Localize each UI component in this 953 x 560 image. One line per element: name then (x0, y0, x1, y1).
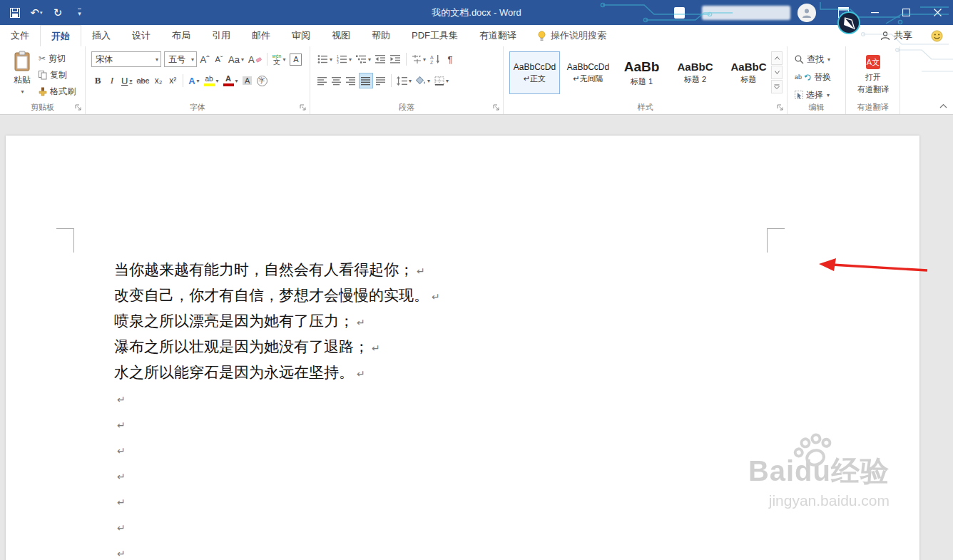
style-no-spacing[interactable]: AaBbCcDd ↵无间隔 (563, 51, 613, 94)
paragraph-dialog-launcher[interactable] (493, 104, 500, 111)
phonetic-guide-button[interactable]: wén文 ▾ (271, 51, 287, 67)
bold-button[interactable]: B (91, 73, 104, 88)
tab-layout[interactable]: 布局 (161, 25, 201, 46)
open-youdao-translate-button[interactable]: A文 打开 有道翻译 (852, 51, 895, 98)
strikethrough-button[interactable]: abc (135, 73, 151, 88)
tab-insert[interactable]: 插入 (81, 25, 121, 46)
redo-button[interactable]: ↻ (49, 4, 67, 22)
tab-review[interactable]: 审阅 (281, 25, 321, 46)
enclose-characters-button[interactable]: 字 (255, 73, 269, 88)
chevron-down-icon: ▾ (40, 10, 43, 16)
cut-button[interactable]: ✂ 剪切 (39, 52, 76, 65)
shrink-font-button[interactable]: Aˇ (213, 51, 225, 67)
show-hide-marks-button[interactable]: ¶ (444, 51, 457, 67)
chevron-down-icon: ▾ (330, 56, 332, 63)
document-page[interactable]: 当你越来越有能力时，自然会有人看得起你；↵ 改变自己，你才有自信，梦想才会慢慢的… (6, 136, 919, 560)
styles-gallery-more-button[interactable] (771, 80, 783, 93)
underline-button[interactable]: U▾ (120, 73, 133, 88)
align-left-icon (317, 76, 327, 86)
replace-button[interactable]: ab 替换 (795, 71, 831, 83)
align-center-button[interactable] (330, 73, 343, 88)
style-heading-1[interactable]: AaBb 标题 1 (616, 51, 667, 94)
grow-font-button[interactable]: Aˆ (198, 51, 211, 67)
paragraph-mark: ↵ (417, 265, 425, 277)
shading-button[interactable]: ▾ (414, 73, 432, 88)
styles-dialog-launcher[interactable] (777, 104, 784, 111)
asian-layout-button[interactable]: ▾ (410, 51, 427, 67)
ribbon-display-options-button[interactable] (827, 0, 859, 25)
font-color-button[interactable]: A ▾ (222, 73, 240, 88)
undo-icon: ↶ (30, 6, 39, 19)
align-right-button[interactable] (345, 73, 357, 88)
tab-home[interactable]: 开始 (40, 25, 81, 46)
copy-icon (39, 71, 47, 80)
paragraph-mark: ↵ (372, 342, 380, 354)
redacted-area (702, 6, 790, 20)
chevron-down-icon: ▾ (427, 78, 430, 84)
tab-mailings[interactable]: 邮件 (241, 25, 281, 46)
decrease-indent-button[interactable] (374, 51, 387, 67)
borders-button[interactable]: ▾ (433, 73, 450, 88)
font-dialog-launcher[interactable] (300, 104, 307, 111)
distribute-button[interactable] (374, 73, 387, 88)
style-title[interactable]: AaBbC 标题 (723, 51, 774, 94)
tab-file[interactable]: 文件 (0, 25, 40, 46)
customize-qat-button[interactable]: ▾ (70, 4, 88, 22)
numbering-button[interactable]: 123 ▾ (335, 51, 353, 67)
character-shading-button[interactable]: A (241, 73, 254, 88)
document-empty-line: ↵ (114, 488, 440, 514)
tab-youdao-translate[interactable]: 有道翻译 (469, 25, 527, 46)
chevron-down-icon: ▾ (21, 88, 24, 95)
tab-design[interactable]: 设计 (121, 25, 161, 46)
style-heading-2[interactable]: AaBbC 标题 2 (670, 51, 720, 94)
multilevel-list-button[interactable]: ▾ (355, 51, 372, 67)
account-avatar[interactable] (797, 4, 816, 22)
sort-button[interactable]: AZ (429, 51, 442, 67)
cursor-icon (795, 91, 803, 100)
font-size-combo[interactable]: 五号 ▾ (164, 51, 197, 67)
paste-button[interactable]: 粘贴 ▾ (7, 51, 37, 102)
format-painter-button[interactable]: 格式刷 (39, 85, 76, 98)
maximize-button[interactable] (890, 0, 922, 25)
redacted-area (674, 7, 685, 19)
tab-view[interactable]: 视图 (321, 25, 361, 46)
copy-button[interactable]: 复制 (39, 68, 76, 81)
watermark-brand: Baidu经验 (748, 455, 890, 487)
font-name-combo[interactable]: 宋体 ▾ (91, 51, 161, 67)
clipboard-dialog-launcher[interactable] (75, 104, 82, 111)
text-effects-button[interactable]: A▾ (187, 73, 200, 88)
character-border-button[interactable]: A (288, 51, 303, 67)
italic-button[interactable]: I (106, 73, 118, 88)
find-button[interactable]: 查找 ▾ (795, 53, 831, 66)
clear-formatting-button[interactable]: A (247, 51, 263, 67)
superscript-button[interactable]: x² (166, 73, 179, 88)
tab-references[interactable]: 引用 (201, 25, 241, 46)
bullets-button[interactable]: ▾ (316, 51, 334, 67)
increase-indent-button[interactable] (389, 51, 402, 67)
highlight-color-button[interactable]: ab ▾ (203, 73, 220, 88)
line-spacing-button[interactable]: ▾ (395, 73, 413, 88)
collapse-ribbon-button[interactable] (939, 98, 947, 111)
select-button[interactable]: 选择 ▾ (795, 88, 831, 101)
align-left-button[interactable] (316, 73, 329, 88)
justify-button[interactable] (359, 73, 373, 88)
person-icon (801, 7, 812, 19)
styles-scroll-down-button[interactable] (771, 66, 783, 79)
undo-button[interactable]: ↶▾ (27, 4, 46, 22)
tell-me-search[interactable]: 操作说明搜索 (527, 25, 616, 46)
paragraph-mark: ↵ (117, 522, 126, 534)
ribbon-display-options-icon (838, 7, 849, 18)
tab-pdf-tools[interactable]: PDF工具集 (401, 25, 469, 46)
close-button[interactable] (922, 0, 953, 25)
share-button[interactable]: 共享 (872, 25, 921, 46)
paste-label: 粘贴 (14, 74, 31, 86)
tab-help[interactable]: 帮助 (361, 25, 401, 46)
save-button[interactable] (6, 4, 24, 22)
change-case-button[interactable]: Aa▾ (227, 51, 245, 67)
styles-scroll-up-button[interactable] (771, 51, 783, 65)
style-normal[interactable]: AaBbCcDd ↵正文 (509, 51, 560, 94)
minimize-button[interactable] (859, 0, 890, 25)
feedback-button[interactable] (921, 25, 953, 46)
svg-text:3: 3 (337, 60, 339, 64)
subscript-button[interactable]: x₂ (152, 73, 165, 88)
